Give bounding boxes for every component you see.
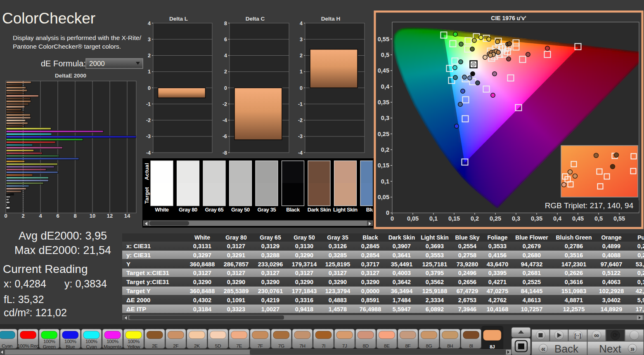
svg-text:0: 0 (148, 85, 151, 91)
svg-text:360,8488: 360,8488 (190, 261, 215, 268)
svg-text:ColorChecker: ColorChecker (2, 10, 95, 27)
svg-text:0,4063: 0,4063 (602, 279, 620, 285)
svg-text:⟳: ⟳ (613, 331, 618, 339)
svg-text:0,3285: 0,3285 (329, 252, 347, 259)
svg-text:8J: 8J (490, 344, 495, 350)
svg-text:0,2679: 0,2679 (523, 243, 541, 249)
svg-text:1: 1 (148, 69, 151, 75)
svg-text:1,0027: 1,0027 (261, 306, 279, 313)
svg-text:8: 8 (73, 213, 76, 219)
svg-text:fL: 35,32: fL: 35,32 (4, 294, 44, 305)
svg-text:73,9280: 73,9280 (457, 261, 478, 268)
svg-text:0,5122: 0,5122 (602, 270, 620, 276)
svg-text:-4: -4 (223, 118, 227, 123)
svg-text:0,3127: 0,3127 (295, 270, 313, 276)
svg-text:8F: 8F (405, 343, 410, 349)
svg-text:0,2: 0,2 (471, 215, 479, 222)
svg-text:0,1: 0,1 (381, 178, 389, 185)
svg-text:Delta L: Delta L (169, 16, 188, 22)
svg-text:10: 10 (90, 213, 95, 219)
svg-text:0,2496: 0,2496 (458, 270, 476, 276)
svg-text:0,3127: 0,3127 (261, 270, 279, 276)
svg-text:0,1091: 0,1091 (227, 297, 245, 303)
svg-text:»: » (630, 344, 635, 353)
svg-text:0,3130: 0,3130 (295, 243, 313, 249)
svg-text:10,7257: 10,7257 (521, 306, 542, 313)
svg-text:14,8929: 14,8929 (601, 306, 622, 313)
svg-text:0,2300: 0,2300 (637, 270, 644, 276)
svg-text:0,3290: 0,3290 (361, 279, 379, 285)
svg-text:RGB Triplet: 217, 140, 94: RGB Triplet: 217, 140, 94 (545, 201, 634, 210)
svg-text:ΔE ITP: ΔE ITP (126, 306, 146, 313)
svg-text:0,8591: 0,8591 (361, 297, 379, 303)
svg-text:0: 0 (391, 215, 394, 222)
svg-text:Cyan: Cyan (86, 344, 97, 350)
svg-text:2F: 2F (173, 343, 178, 349)
svg-text:Delta C: Delta C (246, 16, 265, 22)
svg-text:94,4732: 94,4732 (521, 261, 542, 268)
svg-text:7,3946: 7,3946 (458, 306, 476, 313)
svg-text:Display analysis is performed: Display analysis is performed with the X… (13, 34, 142, 41)
svg-text:0,2656: 0,2656 (458, 279, 476, 285)
svg-text:0,25: 0,25 (490, 215, 501, 222)
svg-text:2: 2 (300, 53, 303, 59)
svg-text:-3: -3 (298, 134, 303, 139)
svg-text:0,3616: 0,3616 (565, 279, 583, 285)
svg-text:0,3323: 0,3323 (227, 306, 245, 313)
svg-text:ΔE 2000: ΔE 2000 (126, 296, 150, 303)
svg-text:123,3794: 123,3794 (325, 288, 350, 294)
svg-text:0,5: 0,5 (381, 52, 389, 58)
svg-text:84,1445: 84,1445 (521, 288, 542, 294)
svg-text:8G: 8G (426, 343, 432, 349)
svg-text:0,5: 0,5 (594, 215, 603, 222)
svg-text:4,2762: 4,2762 (488, 297, 507, 303)
svg-text:0,3297: 0,3297 (193, 252, 211, 259)
svg-text:Bluish Green: Bluish Green (556, 234, 592, 241)
svg-text:x: CIE31: x: CIE31 (126, 242, 151, 249)
svg-text:0,3516: 0,3516 (565, 252, 583, 259)
svg-text:0,4003: 0,4003 (393, 270, 411, 276)
svg-text:6,0892: 6,0892 (426, 306, 444, 313)
svg-text:53,1890: 53,1890 (636, 261, 644, 268)
svg-text:0,4219: 0,4219 (261, 297, 279, 303)
svg-text:Current Reading: Current Reading (3, 263, 88, 275)
svg-text:151,0983: 151,0983 (561, 288, 586, 294)
svg-text:Black: Black (362, 234, 378, 241)
svg-text:0,1912: 0,1912 (637, 279, 644, 285)
svg-text:Yellow: Yellow (127, 344, 140, 350)
svg-text:2,6753: 2,6753 (458, 297, 476, 303)
svg-text:12: 12 (107, 213, 113, 219)
svg-text:360,8488: 360,8488 (190, 288, 215, 294)
svg-text:-2: -2 (146, 118, 151, 123)
svg-text:47,0275: 47,0275 (487, 288, 508, 294)
svg-text:100%: 100% (128, 339, 140, 344)
svg-text:7I: 7I (322, 343, 325, 349)
svg-text:0,2854: 0,2854 (361, 252, 379, 259)
svg-text:125,7181: 125,7181 (422, 261, 447, 268)
svg-text:0,15: 0,15 (378, 162, 389, 169)
svg-text:Gray 80: Gray 80 (179, 207, 197, 213)
svg-text:285,5389: 285,5389 (224, 288, 249, 294)
svg-text:14: 14 (124, 213, 130, 219)
svg-text:0: 0 (386, 209, 389, 216)
svg-text:Avg dE2000: 3,95: Avg dE2000: 3,95 (19, 230, 107, 242)
svg-text:Gray 50: Gray 50 (231, 207, 250, 213)
svg-text:5,5947: 5,5947 (393, 306, 411, 313)
svg-text:y: 0,3834: y: 0,3834 (64, 278, 107, 289)
svg-text:0,05: 0,05 (407, 215, 419, 222)
svg-text:0,3290: 0,3290 (227, 279, 245, 285)
svg-text:100% Red: 100% Red (17, 343, 39, 349)
svg-text:2: 2 (21, 213, 24, 219)
svg-text:CIE 1976 u'v': CIE 1976 u'v' (491, 15, 526, 21)
svg-text:[··]: [··] (575, 333, 581, 339)
svg-text:Max dE2000: 21,54: Max dE2000: 21,54 (14, 244, 111, 256)
svg-text:8H: 8H (447, 343, 453, 349)
svg-text:0,45: 0,45 (378, 67, 389, 74)
svg-text:Blue: Blue (66, 344, 75, 350)
svg-text:2000: 2000 (89, 60, 105, 68)
svg-text:Target x:CIE31: Target x:CIE31 (126, 269, 169, 276)
svg-text:0,3290: 0,3290 (261, 279, 279, 285)
svg-text:0,3129: 0,3129 (261, 243, 279, 249)
svg-text:0,3184: 0,3184 (193, 306, 211, 313)
svg-text:7J: 7J (342, 343, 347, 349)
